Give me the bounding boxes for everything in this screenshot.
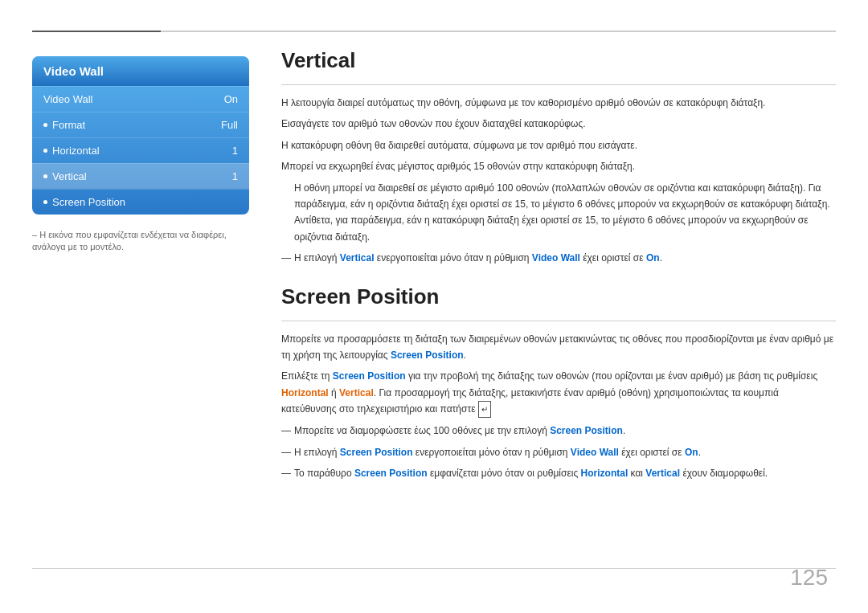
sidebar-dot [43,174,47,178]
vertical-para: Η λειτουργία διαιρεί αυτόματως την οθόνη… [281,95,836,111]
sp-note2: Η επιλογή Screen Position ενεργοποιείται… [281,444,836,460]
sidebar-item-label: Screen Position [43,196,125,208]
sp-note3-horiz: Horizontal [581,468,628,479]
sidebar-item-label: Vertical [43,170,87,182]
sp-para2-horiz: Horizontal [281,387,329,398]
vertical-para: Η κατακόρυφη οθόνη θα διαιρεθεί αυτόματα… [281,137,836,153]
sidebar-item-format[interactable]: FormatFull [32,112,249,137]
sp-para2-vert: Vertical [339,387,374,398]
sp-note3: Το παράθυρο Screen Position εμφανίζεται … [281,465,836,481]
sp-para2: Επιλέξτε τη Screen Position για την προβ… [281,368,836,418]
sidebar-item-label: Video Wall [43,93,92,105]
sidebar: Video Wall Video WallOnFormatFullHorizon… [32,56,249,254]
vertical-note-vertical: Vertical [340,252,375,264]
sidebar-item-value: On [224,93,238,105]
sidebar-item-horizontal[interactable]: Horizontal1 [32,137,249,163]
vertical-para: Εισαγάγετε τον αριθμό των οθονών που έχο… [281,116,836,132]
sp-para2-sp: Screen Position [333,370,406,382]
vertical-title: Vertical [281,48,836,73]
sidebar-title: Video Wall [32,56,249,86]
sidebar-item-value: Full [221,119,238,131]
vertical-long-para: Η οθόνη μπορεί να διαιρεθεί σε μέγιστο α… [281,180,836,246]
sidebar-item-vertical[interactable]: Vertical1 [32,163,249,189]
vertical-note-videowall: Video Wall [532,252,580,264]
bottom-line [32,568,836,569]
top-line-accent [32,31,161,32]
sp-note1-highlight: Screen Position [550,425,623,436]
sp-note2-on: On [685,447,698,458]
vertical-note: Η επιλογή Vertical ενεργοποιείται μόνο ό… [281,250,836,266]
sp-note1: Μπορείτε να διαμορφώσετε έως 100 οθόνες … [281,423,836,439]
sidebar-dot [43,149,47,153]
screen-position-title: Screen Position [281,284,836,309]
vertical-divider [281,84,836,85]
main-content: Vertical Η λειτουργία διαιρεί αυτόματως … [281,48,836,565]
sp-note2-sp: Screen Position [340,447,413,458]
sidebar-note: – Η εικόνα που εμφανίζεται ενδέχεται να … [32,229,249,254]
vertical-note-on: On [646,252,660,264]
vertical-section: Vertical Η λειτουργία διαιρεί αυτόματως … [281,48,836,267]
page-number: 125 [790,565,828,591]
vertical-para: Μπορεί να εκχωρηθεί ένας μέγιστος αριθμό… [281,158,836,174]
screen-position-section: Screen Position Μπορείτε να προσαρμόσετε… [281,284,836,482]
enter-icon: ↵ [478,401,491,418]
sidebar-item-value: 1 [232,170,238,182]
sidebar-item-video-wall[interactable]: Video WallOn [32,86,249,112]
sidebar-item-value: 1 [232,145,238,157]
screen-position-divider [281,321,836,321]
sidebar-item-label: Horizontal [43,145,100,157]
sidebar-item-screen-position[interactable]: Screen Position [32,189,249,215]
sp-note3-vert: Vertical [645,468,680,479]
sp-para1-highlight: Screen Position [391,349,464,361]
sidebar-dot [43,123,47,127]
sidebar-menu: Video Wall Video WallOnFormatFullHorizon… [32,56,249,215]
sp-note3-sp: Screen Position [354,468,428,479]
sidebar-dot [43,200,47,204]
sidebar-item-label: Format [43,119,85,131]
sp-note2-vw: Video Wall [571,447,619,458]
sp-para1: Μπορείτε να προσαρμόσετε τη διάταξη των … [281,331,836,364]
